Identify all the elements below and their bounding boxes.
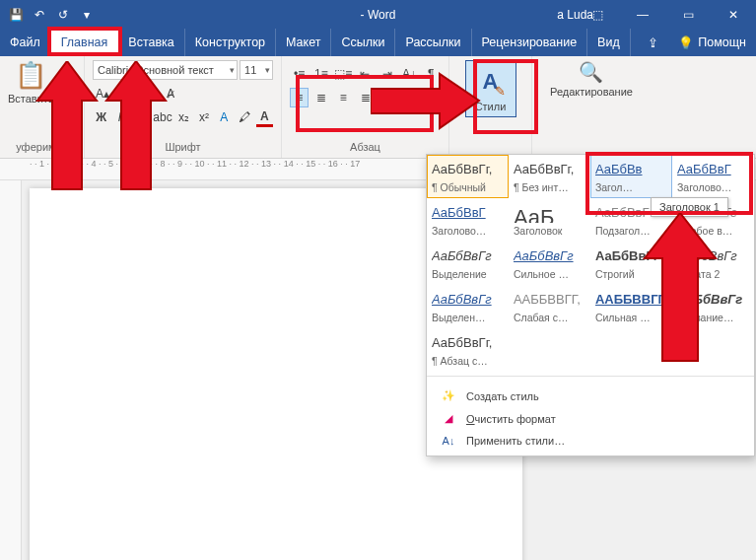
decrease-indent-icon[interactable]: ⇤ [356, 64, 375, 84]
group-clipboard: 📋 Вставить ✂ ⧉ 🖌 уферимна [0, 56, 85, 158]
multilevel-icon[interactable]: ⬚≡ [334, 64, 353, 84]
tab-view[interactable]: Вид [587, 29, 631, 56]
cut-icon[interactable]: ✂ [60, 62, 78, 77]
numbering-icon[interactable]: 1≡ [311, 64, 330, 84]
styles-icon: A✎ [474, 65, 508, 99]
undo-icon[interactable]: ↶ [32, 8, 47, 22]
window-title: - Word [361, 8, 396, 22]
close-icon[interactable]: ✕ [711, 0, 756, 29]
vertical-ruler[interactable] [0, 180, 22, 560]
maximize-icon[interactable]: ▭ [665, 0, 711, 29]
style-cell[interactable]: АаБбВвГгНазвание… [672, 285, 754, 328]
apply-styles-icon: A↓ [441, 435, 456, 447]
group-label-clipboard: уферимна [8, 141, 76, 156]
find-icon: 🔍 [579, 60, 603, 84]
borders-icon[interactable]: ▭ [422, 88, 441, 107]
line-spacing-icon[interactable]: ↕≡ [378, 88, 396, 107]
style-cell[interactable]: АаБбВвЗагол… [590, 155, 672, 198]
shading-icon[interactable]: ▦ [399, 88, 418, 107]
style-cell[interactable]: АаБбВвГг,¶ Без инт… [509, 155, 590, 198]
show-marks-icon[interactable]: ¶ [422, 64, 441, 84]
paste-icon[interactable]: 📋 [15, 60, 46, 91]
minimize-icon[interactable]: — [620, 0, 665, 29]
strikethrough-button[interactable]: abc [153, 107, 172, 127]
tab-review[interactable]: Рецензирование [472, 29, 588, 56]
grow-font-icon[interactable]: A▴ [93, 84, 112, 104]
ribbon-options-icon[interactable]: ⬚ [575, 0, 620, 29]
align-center-icon[interactable]: ≣ [311, 88, 330, 107]
format-painter-icon[interactable]: 🖌 [60, 101, 78, 115]
group-label-font: Шрифт [93, 141, 273, 156]
group-editing: 🔍 Редактирование [532, 56, 651, 158]
font-grow-row: A▴ A▾ Aa A̷ [93, 84, 273, 104]
styles-label: Стили [475, 101, 507, 112]
tab-mailings[interactable]: Рассылки [395, 29, 471, 56]
shrink-font-icon[interactable]: A▾ [115, 84, 135, 104]
sparkle-icon: ✨ [441, 389, 456, 402]
tab-share[interactable]: ⇪ [638, 29, 668, 56]
style-cell[interactable]: АаБбВвГг,¶ Обычный [427, 155, 509, 198]
editing-button[interactable]: 🔍 Редактирование [540, 60, 643, 98]
sort-icon[interactable]: A↓ [399, 64, 418, 84]
font-name-combo[interactable]: Calibri (Основной текст [93, 60, 238, 80]
group-label-paragraph: Абзац [290, 141, 441, 156]
style-cell[interactable]: АаБбВвГгВыделен… [427, 285, 509, 328]
bold-button[interactable]: Ж [93, 107, 109, 127]
paste-button[interactable]: Вставить [8, 93, 54, 105]
style-tooltip: Заголовок 1 [651, 197, 728, 217]
style-cell[interactable]: АаБбВвГгСтрогий [590, 242, 672, 285]
tab-help[interactable]: 💡Помощн [668, 29, 756, 56]
tab-layout[interactable]: Макет [276, 29, 331, 56]
style-cell[interactable]: ААББВВГГ,Слабая с… [509, 285, 590, 328]
font-size-combo[interactable]: 11 [240, 60, 273, 80]
share-icon: ⇪ [648, 35, 658, 50]
text-effects-icon[interactable]: A [216, 107, 233, 127]
copy-icon[interactable]: ⧉ [60, 81, 78, 97]
ribbon: 📋 Вставить ✂ ⧉ 🖌 уферимна Calibri (Основ… [0, 56, 756, 159]
menu-clear-format[interactable]: ◢ООчистить форматчистить формат [427, 407, 754, 430]
tab-insert[interactable]: Вставка [118, 29, 184, 56]
quick-access-toolbar: 💾 ↶ ↺ ▾ [0, 8, 95, 22]
superscript-button[interactable]: x² [195, 107, 212, 127]
align-left-icon[interactable]: ≡ [290, 88, 309, 107]
clear-formatting-icon[interactable]: A̷ [161, 84, 180, 104]
ribbon-tabs: Файл Главная Вставка Конструктор Макет С… [0, 29, 756, 56]
menu-create-style[interactable]: ✨Создать стиль [427, 385, 754, 407]
qat-more-icon[interactable]: ▾ [79, 8, 95, 22]
editing-label: Редактирование [550, 86, 633, 98]
style-cell[interactable]: АаБбВвГг,¶ Абзац с… [427, 328, 509, 372]
font-color-icon[interactable]: A [256, 107, 273, 127]
underline-button[interactable]: Ч [133, 107, 150, 127]
style-cell[interactable]: АаБбВвГгВыделение [427, 242, 509, 285]
styles-button[interactable]: A✎ Стили [465, 60, 516, 117]
justify-icon[interactable]: ≣ [356, 88, 375, 107]
title-bar: 💾 ↶ ↺ ▾ - Word a Luda ⬚ — ▭ ✕ [0, 0, 756, 29]
group-paragraph: •≡ 1≡ ⬚≡ ⇤ ⇥ A↓ ¶ ≡ ≣ ≡ ≣ ↕≡ ▦ ▭ Абзац [282, 56, 449, 158]
increase-indent-icon[interactable]: ⇥ [378, 64, 396, 84]
tab-file[interactable]: Файл [0, 29, 51, 56]
menu-apply-styles[interactable]: A↓Применить стили… [427, 430, 754, 452]
bullets-icon[interactable]: •≡ [290, 64, 309, 84]
help-icon: 💡 [678, 35, 694, 50]
window-buttons: ⬚ — ▭ ✕ [575, 0, 756, 29]
redo-icon[interactable]: ↺ [55, 8, 71, 22]
italic-button[interactable]: К [112, 107, 129, 127]
align-right-icon[interactable]: ≡ [334, 88, 353, 107]
style-cell[interactable]: АаБЗаголовок [509, 198, 590, 242]
group-styles: A✎ Стили [449, 56, 532, 158]
eraser-icon: ◢ [441, 412, 456, 425]
save-icon[interactable]: 💾 [8, 8, 24, 22]
change-case-icon[interactable]: Aa [138, 84, 158, 104]
style-cell[interactable]: ААББВВГГ,Сильная … [590, 285, 672, 328]
style-cell[interactable]: АаБбВвГЗаголово… [672, 155, 754, 198]
group-font: Calibri (Основной текст 11 A▴ A▾ Aa A̷ Ж… [85, 56, 282, 158]
highlight-icon[interactable]: 🖍 [236, 107, 252, 127]
font-style-row: Ж К Ч abc x₂ x² A 🖍 A [93, 107, 273, 127]
tab-design[interactable]: Конструктор [185, 29, 276, 56]
tab-home[interactable]: Главная [51, 29, 119, 56]
style-cell[interactable]: АаБбВвГЗаголово… [427, 198, 509, 242]
style-cell[interactable]: АаБбВвГгСильное … [509, 242, 590, 285]
subscript-button[interactable]: x₂ [175, 107, 192, 127]
tab-references[interactable]: Ссылки [331, 29, 395, 56]
style-cell[interactable]: АаБбВвГгЦитата 2 [672, 242, 754, 285]
